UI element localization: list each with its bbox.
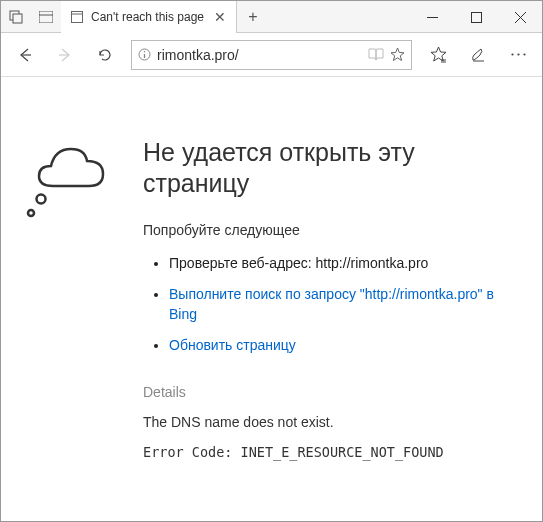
suggestion-bing-search: Выполните поиск по запросу "http://rimon…: [169, 285, 522, 324]
svg-point-22: [28, 210, 34, 216]
favorite-icon[interactable]: [390, 47, 405, 62]
page-icon: [71, 11, 83, 23]
window-controls: [410, 1, 542, 32]
suggestion-check-url: Проверьте веб-адрес: http://rimontka.pro: [169, 254, 522, 274]
titlebar-spacer: [269, 1, 410, 32]
maximize-button[interactable]: [454, 1, 498, 33]
suggestion-list: Проверьте веб-адрес: http://rimontka.pro…: [143, 254, 522, 356]
svg-point-20: [523, 53, 525, 55]
toolbar: rimontka.pro/: [1, 33, 542, 77]
error-page-body: Не удается открыть эту страницу Попробуй…: [143, 137, 522, 460]
back-button[interactable]: [7, 37, 43, 73]
new-tab-button[interactable]: +: [237, 1, 269, 32]
url-text[interactable]: rimontka.pro/: [157, 47, 362, 63]
close-window-button[interactable]: [498, 1, 542, 33]
tab-title: Can't reach this page: [91, 10, 204, 24]
try-following-label: Попробуйте следующее: [143, 222, 522, 238]
dns-error-message: The DNS name does not exist.: [143, 414, 522, 430]
error-page-content: Не удается открыть эту страницу Попробуй…: [1, 77, 542, 480]
sidebar-toggle-icon[interactable]: [1, 1, 31, 33]
page-title: Не удается открыть эту страницу: [143, 137, 522, 200]
cloud-illustration: [21, 137, 121, 460]
svg-point-19: [517, 53, 519, 55]
browser-tab[interactable]: Can't reach this page ✕: [61, 1, 237, 33]
notes-button[interactable]: [460, 37, 496, 73]
minimize-button[interactable]: [410, 1, 454, 33]
svg-rect-7: [471, 12, 481, 22]
error-code: Error Code: INET_E_RESOURCE_NOT_FOUND: [143, 444, 522, 460]
svg-point-21: [37, 195, 46, 204]
refresh-button[interactable]: [87, 37, 123, 73]
svg-point-13: [144, 51, 146, 53]
close-tab-button[interactable]: ✕: [212, 9, 228, 25]
suggestion-refresh: Обновить страницу: [169, 336, 522, 356]
titlebar: Can't reach this page ✕ +: [1, 1, 542, 33]
bing-search-link[interactable]: Выполните поиск по запросу "http://rimon…: [169, 286, 494, 322]
tab-preview-icon[interactable]: [31, 1, 61, 33]
svg-rect-4: [72, 12, 83, 23]
reading-view-icon[interactable]: [368, 48, 384, 61]
refresh-link[interactable]: Обновить страницу: [169, 337, 296, 353]
svg-point-18: [511, 53, 513, 55]
more-button[interactable]: [500, 37, 536, 73]
svg-rect-2: [39, 11, 53, 23]
site-info-icon[interactable]: [138, 48, 151, 61]
svg-rect-1: [13, 14, 22, 23]
titlebar-left: [1, 1, 61, 32]
details-label: Details: [143, 384, 522, 400]
forward-button[interactable]: [47, 37, 83, 73]
address-bar[interactable]: rimontka.pro/: [131, 40, 412, 70]
favorites-hub-button[interactable]: [420, 37, 456, 73]
